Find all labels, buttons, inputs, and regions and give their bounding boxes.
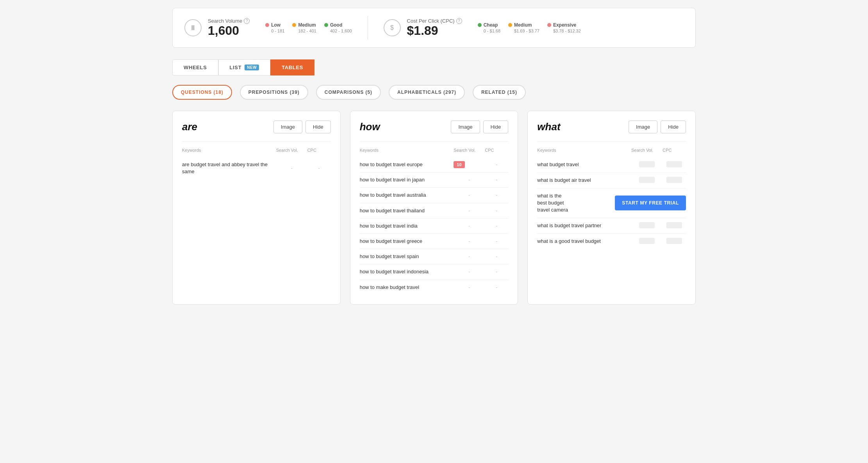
search-volume-label: Search Volume ? [208, 18, 250, 24]
how-card: how Image Hide Keywords Search Vol. CPC … [350, 111, 518, 305]
keyword-text: what budget travel [537, 161, 631, 168]
are-col-keywords: Keywords [182, 148, 276, 153]
keyword-text: what is a good travel budget [537, 238, 631, 245]
cpc-value [663, 222, 686, 230]
tab-wheels[interactable]: WHEELS [172, 59, 218, 75]
empty-val [639, 222, 655, 228]
vol-value: - [454, 177, 485, 183]
table-row: how to budget travel spain - - [360, 249, 509, 264]
what-hide-button[interactable]: Hide [661, 120, 686, 133]
cheap-range: 0 - $1.68 [478, 29, 500, 33]
keyword-text: are budget travel and abbey travel the s… [182, 161, 276, 175]
cpc-value: - [485, 239, 508, 244]
vol-value [631, 222, 663, 230]
are-hide-button[interactable]: Hide [305, 120, 331, 133]
search-volume-help-icon[interactable]: ? [244, 18, 250, 24]
are-card-actions: Image Hide [273, 120, 331, 133]
keyword-text: how to budget travel europe [360, 161, 454, 168]
table-row: what is budget air travel [537, 173, 686, 188]
how-col-keywords: Keywords [360, 148, 454, 153]
vol-value: - [276, 165, 307, 171]
table-row: how to make budget travel - - [360, 280, 509, 295]
vol-value [631, 238, 663, 245]
medium-cpc-dot [508, 23, 512, 27]
search-volume-block: ⏸ Search Volume ? 1,600 [184, 18, 250, 38]
empty-val [639, 161, 655, 167]
filter-related[interactable]: RELATED (15) [473, 85, 526, 100]
how-col-cpc: CPC [485, 148, 508, 153]
are-image-button[interactable]: Image [273, 120, 302, 133]
legend-expensive: Expensive $3.78 - $12.32 [547, 22, 581, 33]
filter-prepositions[interactable]: PREPOSITIONS (39) [240, 85, 308, 100]
expensive-dot [547, 23, 551, 27]
empty-val [666, 222, 682, 228]
cpc-block: $ Cost Per Click (CPC) ? $1.89 [384, 18, 462, 38]
search-volume-value: 1,600 [208, 24, 250, 38]
what-table-header: Keywords Search Vol. CPC [537, 148, 686, 154]
filter-alphabeticals[interactable]: ALPHABETICALS (297) [389, 85, 465, 100]
how-hide-button[interactable]: Hide [483, 120, 509, 133]
low-dot [265, 23, 269, 27]
legend-low: Low 0 - 181 [265, 22, 284, 33]
table-row: how to budget travel thailand - - [360, 203, 509, 219]
stat-divider [368, 16, 368, 39]
cpc-help-icon[interactable]: ? [456, 18, 462, 24]
keyword-text: how to make budget travel [360, 284, 454, 291]
filter-comparisons[interactable]: COMPARISONS (5) [316, 85, 381, 100]
cpc-value: - [485, 285, 508, 290]
vol-value: - [454, 285, 485, 290]
how-table-header: Keywords Search Vol. CPC [360, 148, 509, 154]
cpc-label: Cost Per Click (CPC) ? [407, 18, 462, 24]
stats-bar: ⏸ Search Volume ? 1,600 Low 0 - 181 [172, 8, 696, 48]
cpc-value: - [485, 254, 508, 259]
table-row: how to budget travel in japan - - [360, 172, 509, 188]
page-wrapper: ⏸ Search Volume ? 1,600 Low 0 - 181 [161, 0, 707, 312]
how-image-button[interactable]: Image [451, 120, 480, 133]
expensive-range: $3.78 - $12.32 [547, 29, 581, 33]
cards-grid: are Image Hide Keywords Search Vol. CPC … [172, 111, 696, 305]
search-volume-legend: Low 0 - 181 Medium 182 - 401 Good 402 - … [265, 22, 352, 33]
table-row: how to budget travel india - - [360, 219, 509, 234]
what-col-cpc: CPC [663, 148, 686, 153]
vol-value: - [454, 254, 485, 259]
table-row: how to budget travel indonesia - - [360, 264, 509, 280]
what-card-header: what Image Hide [537, 120, 686, 133]
empty-val [666, 161, 682, 167]
table-row: what is the best budget travel camera ST… [537, 188, 686, 218]
filter-row: QUESTIONS (18) PREPOSITIONS (39) COMPARI… [172, 85, 696, 100]
what-card-divider [537, 141, 686, 142]
vol-value: - [454, 192, 485, 198]
tab-tables[interactable]: TABLES [270, 59, 314, 75]
keyword-text: how to budget travel greece [360, 238, 454, 245]
vol-value: - [454, 239, 485, 244]
how-card-header: how Image Hide [360, 120, 509, 133]
cpc-value: - [485, 208, 508, 214]
tab-list[interactable]: LIST NEW [218, 59, 271, 75]
table-row: are budget travel and abbey travel the s… [182, 157, 331, 179]
search-volume-icon: ⏸ [184, 19, 202, 36]
tabs-row: WHEELS LIST NEW TABLES [172, 59, 696, 75]
cpc-value: - [485, 269, 508, 275]
filter-questions[interactable]: QUESTIONS (18) [172, 85, 232, 100]
legend-cheap: Cheap 0 - $1.68 [478, 22, 500, 33]
cpc-value: - [485, 223, 508, 229]
start-free-trial-button[interactable]: START MY FREE TRIAL [615, 196, 686, 210]
are-card-title: are [182, 121, 197, 133]
table-row: what is a good travel budget [537, 234, 686, 249]
cpc-icon: $ [384, 19, 401, 36]
cpc-value: - [307, 165, 331, 171]
table-row: how to budget travel greece - - [360, 234, 509, 249]
how-card-title: how [360, 121, 380, 133]
keyword-text: how to budget travel in japan [360, 176, 454, 183]
cpc-value: - [485, 192, 508, 198]
keyword-text: how to budget travel thailand [360, 207, 454, 214]
table-row: what budget travel [537, 157, 686, 173]
good-dot [324, 23, 328, 27]
keyword-text: what is budget travel partner [537, 222, 631, 229]
what-card: what Image Hide Keywords Search Vol. CPC… [527, 111, 696, 305]
cpc-value: - [485, 162, 508, 167]
vol-value: - [454, 269, 485, 275]
what-image-button[interactable]: Image [629, 120, 657, 133]
vol-value [631, 177, 663, 184]
table-row: how to budget travel australia - - [360, 188, 509, 203]
